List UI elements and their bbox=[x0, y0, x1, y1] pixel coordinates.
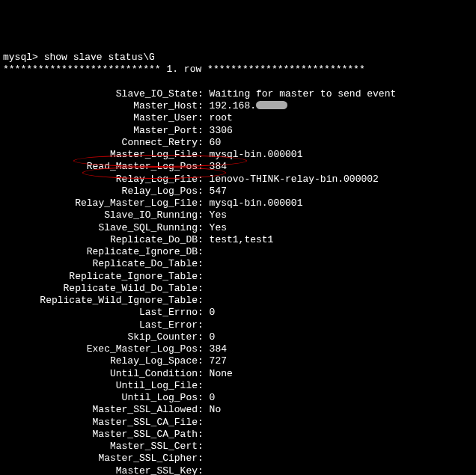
field-separator: : bbox=[198, 234, 210, 245]
field-value: None bbox=[210, 368, 233, 379]
field-label: Replicate_Ignore_Table bbox=[3, 271, 198, 283]
field-label: Slave_SQL_Running bbox=[3, 222, 198, 234]
field-value: 192.168. bbox=[210, 100, 256, 111]
field-label: Replicate_Do_DB bbox=[3, 234, 198, 246]
redacted-block bbox=[256, 101, 287, 109]
row-sep-right: *************************** bbox=[207, 64, 365, 75]
status-line: Master_SSL_Key: bbox=[3, 465, 473, 476]
row-header: *************************** 1. row *****… bbox=[3, 64, 473, 76]
field-label: Master_Port bbox=[3, 125, 198, 137]
status-line: Relay_Log_Space: 727 bbox=[3, 355, 473, 367]
status-line: Master_SSL_CA_Path: bbox=[3, 429, 473, 441]
field-value: 727 bbox=[210, 355, 227, 367]
row-number: 1. row bbox=[166, 64, 201, 75]
field-separator: : bbox=[198, 125, 210, 136]
field-separator: : bbox=[198, 100, 210, 111]
field-label: Connect_Retry bbox=[3, 137, 198, 149]
field-value: No bbox=[210, 404, 222, 415]
status-fields: Slave_IO_State: Waiting for master to se… bbox=[3, 88, 473, 475]
field-separator: : bbox=[198, 368, 210, 379]
field-label: Master_SSL_Cipher bbox=[3, 453, 198, 465]
status-line: Master_Host: 192.168. bbox=[3, 100, 473, 112]
field-separator: : bbox=[198, 465, 210, 476]
field-label: Read_Master_Log_Pos bbox=[3, 161, 198, 173]
status-line: Master_Log_File: mysql-bin.000001 bbox=[3, 149, 473, 161]
field-separator: : bbox=[198, 112, 210, 123]
status-line: Replicate_Ignore_Table: bbox=[3, 271, 473, 283]
field-value: 384 bbox=[210, 343, 227, 355]
field-label: Replicate_Wild_Do_Table bbox=[3, 283, 198, 295]
status-line: Replicate_Do_Table: bbox=[3, 258, 473, 270]
row-sep-left: *************************** bbox=[3, 64, 161, 75]
field-value: Yes bbox=[210, 209, 227, 221]
field-separator: : bbox=[198, 88, 210, 99]
field-label: Until_Condition bbox=[3, 368, 198, 380]
field-separator: : bbox=[198, 355, 210, 367]
field-separator: : bbox=[198, 161, 210, 172]
field-separator: : bbox=[198, 380, 210, 391]
status-line: Read_Master_Log_Pos: 384 bbox=[3, 161, 473, 173]
field-separator: : bbox=[198, 246, 210, 257]
field-separator: : bbox=[198, 417, 210, 428]
field-separator: : bbox=[198, 295, 210, 306]
field-separator: : bbox=[198, 222, 210, 233]
field-separator: : bbox=[198, 137, 210, 148]
field-separator: : bbox=[198, 343, 210, 355]
field-label: Exec_Master_Log_Pos bbox=[3, 343, 198, 355]
status-line: Skip_Counter: 0 bbox=[3, 331, 473, 343]
status-line: Relay_Master_Log_File: mysql-bin.000001 bbox=[3, 197, 473, 209]
prompt-label: mysql> bbox=[3, 52, 38, 63]
status-line: Master_User: root bbox=[3, 112, 473, 124]
field-label: Relay_Log_File bbox=[3, 174, 198, 186]
status-line: Slave_IO_State: Waiting for master to se… bbox=[3, 88, 473, 100]
field-label: Until_Log_Pos bbox=[3, 392, 198, 404]
status-line: Slave_IO_Running: Yes bbox=[3, 209, 473, 221]
status-line: Relay_Log_File: lenovo-THINK-relay-bin.0… bbox=[3, 174, 473, 186]
field-separator: : bbox=[198, 429, 210, 440]
field-separator: : bbox=[198, 174, 210, 185]
field-label: Last_Errno bbox=[3, 307, 198, 319]
field-value: Waiting for master to send event bbox=[210, 88, 397, 99]
field-separator: : bbox=[198, 392, 210, 403]
field-label: Replicate_Do_Table bbox=[3, 258, 198, 270]
field-label: Slave_IO_Running bbox=[3, 209, 198, 221]
status-line: Connect_Retry: 60 bbox=[3, 137, 473, 149]
status-line: Replicate_Wild_Do_Table: bbox=[3, 283, 473, 295]
field-label: Replicate_Ignore_DB bbox=[3, 246, 198, 258]
status-line: Master_SSL_Cipher: bbox=[3, 453, 473, 465]
field-separator: : bbox=[198, 209, 210, 221]
status-line: Relay_Log_Pos: 547 bbox=[3, 186, 473, 197]
status-line: Last_Error: bbox=[3, 319, 473, 331]
field-separator: : bbox=[198, 319, 210, 331]
field-label: Replicate_Wild_Ignore_Table bbox=[3, 295, 198, 307]
field-label: Until_Log_File bbox=[3, 380, 198, 392]
field-separator: : bbox=[198, 404, 210, 415]
field-label: Last_Error bbox=[3, 319, 198, 331]
field-value: test1,test1 bbox=[210, 234, 274, 245]
status-line: Until_Log_File: bbox=[3, 380, 473, 392]
field-separator: : bbox=[198, 441, 210, 452]
field-separator: : bbox=[198, 331, 210, 343]
status-line: Master_SSL_CA_File: bbox=[3, 417, 473, 429]
field-label: Master_SSL_CA_File bbox=[3, 417, 198, 429]
field-separator: : bbox=[198, 283, 210, 294]
field-separator: : bbox=[198, 197, 210, 209]
field-value: 547 bbox=[210, 186, 227, 197]
field-label: Relay_Log_Pos bbox=[3, 186, 198, 197]
field-separator: : bbox=[198, 271, 210, 282]
field-value: 0 bbox=[210, 331, 216, 343]
status-line: Master_SSL_Allowed: No bbox=[3, 404, 473, 416]
field-value: root bbox=[210, 112, 233, 123]
field-label: Master_Log_File bbox=[3, 149, 198, 161]
field-label: Skip_Counter bbox=[3, 331, 198, 343]
field-label: Master_SSL_Cert bbox=[3, 441, 198, 453]
field-label: Relay_Master_Log_File bbox=[3, 197, 198, 209]
field-label: Master_SSL_Key bbox=[3, 465, 198, 476]
status-line: Until_Condition: None bbox=[3, 368, 473, 380]
status-line: Until_Log_Pos: 0 bbox=[3, 392, 473, 404]
field-label: Master_SSL_CA_Path bbox=[3, 429, 198, 441]
field-value: 60 bbox=[210, 137, 222, 148]
field-label: Master_Host bbox=[3, 100, 198, 112]
field-value: 0 bbox=[210, 392, 216, 403]
field-separator: : bbox=[198, 149, 210, 160]
